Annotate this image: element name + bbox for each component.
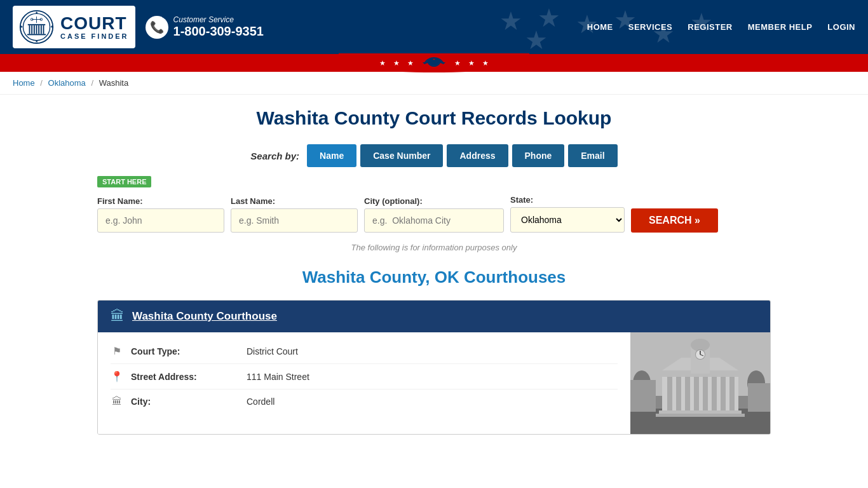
nav-login[interactable]: LOGIN bbox=[827, 22, 855, 32]
logo-court-text: COURT bbox=[60, 15, 127, 32]
svg-rect-31 bbox=[729, 377, 735, 412]
svg-rect-6 bbox=[28, 24, 46, 25]
tab-case-number[interactable]: Case Number bbox=[360, 144, 443, 167]
svg-rect-7 bbox=[29, 25, 31, 34]
city-field: City (optional): bbox=[364, 196, 504, 233]
info-note: The following is for information purpose… bbox=[97, 243, 771, 252]
star-right-2: ★ bbox=[468, 59, 475, 67]
tab-email[interactable]: Email bbox=[568, 144, 617, 167]
last-name-label: Last Name: bbox=[231, 196, 358, 206]
svg-point-19 bbox=[433, 61, 435, 64]
street-address-row: 📍 Street Address: 111 Main Street bbox=[111, 364, 618, 390]
svg-rect-9 bbox=[34, 25, 35, 34]
nav-register[interactable]: REGISTER bbox=[688, 22, 732, 32]
star-left-2: ★ bbox=[393, 59, 400, 67]
customer-service-label: Customer Service bbox=[173, 15, 264, 24]
svg-rect-10 bbox=[36, 25, 37, 34]
last-name-field: Last Name: bbox=[231, 196, 358, 233]
state-label: State: bbox=[510, 195, 625, 205]
last-name-input[interactable] bbox=[231, 208, 358, 233]
main-nav: HOME SERVICES REGISTER MEMBER HELP LOGIN bbox=[587, 22, 855, 32]
city-row: 🏛 City: Cordell bbox=[111, 390, 618, 414]
courthouses-title: Washita County, OK Courthouses bbox=[97, 268, 771, 287]
courthouse-photo bbox=[630, 332, 770, 434]
tab-name[interactable]: Name bbox=[307, 144, 356, 167]
breadcrumb-oklahoma[interactable]: Oklahoma bbox=[48, 78, 86, 88]
breadcrumb-sep-2: / bbox=[91, 78, 93, 88]
svg-rect-46 bbox=[630, 380, 656, 412]
svg-rect-26 bbox=[685, 377, 690, 412]
nav-home[interactable]: HOME bbox=[587, 22, 613, 32]
courthouse-header-icon: 🏛 bbox=[111, 308, 125, 325]
address-icon: 📍 bbox=[111, 370, 123, 383]
nav-services[interactable]: SERVICES bbox=[628, 22, 673, 32]
phone-text-block: Customer Service 1-800-309-9351 bbox=[173, 15, 264, 39]
city-input[interactable] bbox=[364, 208, 504, 233]
svg-rect-27 bbox=[694, 377, 699, 412]
phone-number: 1-800-309-9351 bbox=[173, 24, 264, 39]
courthouse-body: ⚑ Court Type: District Court 📍 Street Ad… bbox=[98, 332, 770, 434]
svg-rect-25 bbox=[676, 377, 681, 412]
search-by-label: Search by: bbox=[250, 151, 299, 161]
star-right-1: ★ bbox=[454, 59, 461, 67]
svg-rect-28 bbox=[703, 377, 708, 412]
header-left: ★ ★ ★ ★ COURT bbox=[13, 6, 264, 48]
page-title: Washita County Court Records Lookup bbox=[97, 107, 771, 129]
breadcrumb-home[interactable]: Home bbox=[13, 78, 35, 88]
svg-text:★: ★ bbox=[35, 39, 38, 43]
header-phone: 📞 Customer Service 1-800-309-9351 bbox=[146, 15, 264, 39]
star-decor: ★ bbox=[525, 25, 548, 54]
svg-rect-40 bbox=[659, 410, 742, 414]
search-form: First Name: Last Name: City (optional): … bbox=[97, 195, 771, 233]
court-type-label: Court Type: bbox=[131, 346, 239, 356]
court-type-row: ⚑ Court Type: District Court bbox=[111, 339, 618, 364]
eagle-decoration: ★ ★ ★ ★ ★ ★ bbox=[379, 56, 489, 70]
star-left-1: ★ bbox=[379, 59, 386, 67]
first-name-field: First Name: bbox=[97, 196, 224, 233]
tab-address[interactable]: Address bbox=[447, 144, 508, 167]
svg-rect-30 bbox=[721, 377, 726, 412]
arch-banner: ★ ★ ★ ★ ★ ★ bbox=[0, 54, 868, 72]
svg-rect-24 bbox=[667, 377, 672, 412]
breadcrumb: Home / Oklahoma / Washita bbox=[0, 72, 868, 95]
courthouse-card: 🏛 Washita County Courthouse ⚑ Court Type… bbox=[97, 300, 771, 435]
svg-rect-29 bbox=[712, 377, 717, 412]
courthouse-details: ⚑ Court Type: District Court 📍 Street Ad… bbox=[98, 332, 630, 434]
street-address-value: 111 Main Street bbox=[247, 372, 309, 382]
state-select[interactable]: AlabamaAlaskaArizonaArkansas CaliforniaC… bbox=[510, 207, 625, 233]
search-button[interactable]: SEARCH » bbox=[631, 208, 718, 233]
phone-icon: 📞 bbox=[146, 16, 168, 39]
city-icon: 🏛 bbox=[111, 396, 123, 407]
state-field: State: AlabamaAlaskaArizonaArkansas Cali… bbox=[510, 195, 625, 233]
court-type-value: District Court bbox=[247, 346, 298, 356]
breadcrumb-sep-1: / bbox=[40, 78, 43, 88]
svg-rect-13 bbox=[43, 25, 44, 34]
courthouse-name-link[interactable]: Washita County Courthouse bbox=[132, 310, 277, 323]
site-logo: ★ ★ ★ ★ COURT bbox=[13, 6, 135, 48]
logo-case-finder-text: CASE FINDER bbox=[60, 32, 129, 40]
street-address-label: Street Address: bbox=[131, 372, 239, 382]
star-decor: ★ bbox=[499, 6, 522, 36]
courthouse-image bbox=[630, 332, 770, 434]
star-decor: ★ bbox=[538, 3, 560, 32]
site-header: ★ ★ ★ ★ ★ ★ ★ ★ ★ ★ ★ bbox=[0, 0, 868, 54]
svg-rect-12 bbox=[41, 25, 42, 34]
first-name-input[interactable] bbox=[97, 208, 224, 233]
first-name-label: First Name: bbox=[97, 196, 224, 206]
search-by-row: Search by: Name Case Number Address Phon… bbox=[97, 144, 771, 167]
breadcrumb-current: Washita bbox=[99, 78, 128, 88]
logo-emblem-icon: ★ ★ ★ ★ bbox=[19, 10, 54, 44]
nav-member-help[interactable]: MEMBER HELP bbox=[748, 22, 813, 32]
city-label: City (optional): bbox=[364, 196, 504, 206]
main-content: Washita County Court Records Lookup Sear… bbox=[85, 95, 783, 460]
court-type-icon: ⚑ bbox=[111, 345, 123, 357]
svg-rect-11 bbox=[38, 25, 39, 34]
svg-text:★: ★ bbox=[50, 25, 53, 29]
start-here-container: START HERE bbox=[97, 176, 771, 191]
svg-rect-14 bbox=[27, 34, 46, 36]
svg-rect-47 bbox=[748, 383, 770, 412]
tab-phone[interactable]: Phone bbox=[512, 144, 565, 167]
city-row-value: Cordell bbox=[247, 396, 275, 407]
logo-text: COURT CASE FINDER bbox=[60, 15, 129, 40]
svg-text:★: ★ bbox=[20, 25, 23, 29]
